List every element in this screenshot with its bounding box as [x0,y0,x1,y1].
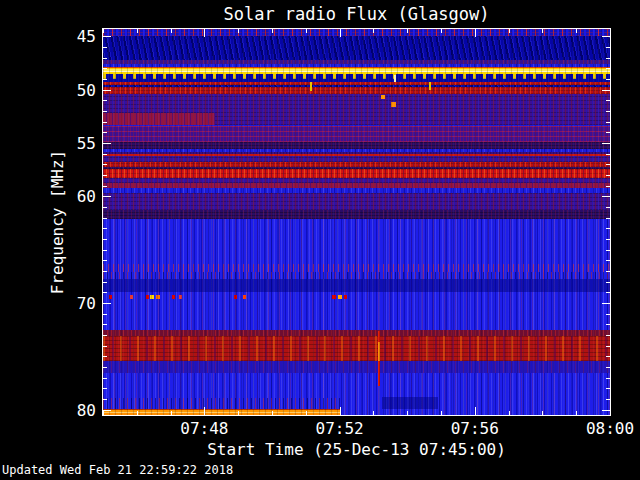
band-dark-purple-55 [103,142,610,149]
band-speckle-row-665 [103,264,610,272]
band-red-patch-left-52 [103,113,215,126]
x-tick-label: 07:56 [451,419,499,438]
y-tick-label: 60 [77,187,96,206]
x-tick-label: 07:48 [180,419,228,438]
y-tick-labels: 455055607080 [0,29,98,415]
y-tick-label: 50 [77,80,96,99]
feature-long-tooth-1 [310,82,312,91]
feature-dot-row-695-11 [338,295,342,300]
band-top-noise-row [103,29,610,36]
feature-dot-row-695-7 [179,295,182,300]
updated-timestamp: Updated Wed Feb 21 22:59:22 2018 [2,463,233,477]
feature-long-tooth-2 [429,82,431,89]
band-red-mottle-74 [103,336,610,361]
feature-vertical-burst-streak [378,331,380,386]
feature-dot-row-695-12 [344,295,347,300]
band-purple-rows-54 [103,126,610,143]
spectrogram-screen: Solar radio Flux (Glasgow) Frequency [MH… [0,0,640,480]
feature-white-dash-49 [394,75,396,82]
spectrogram-plot [103,29,610,415]
band-darker-blue-68 [103,279,610,292]
band-dark-rows-62 [103,210,610,219]
feature-dot-row-695-4 [150,295,154,300]
x-tick-labels: 07:4807:5207:5608:00 [103,419,610,437]
feature-dot-row-695-9 [243,295,246,300]
y-tick-label: 45 [77,27,96,46]
band-comb-teeth-band [103,74,610,82]
y-tick-label: 70 [77,294,96,313]
feature-orange-blob-512 [391,102,396,107]
feature-dot-row-695-6 [172,295,175,300]
feature-dot-row-695-3 [146,295,149,300]
feature-dot-row-695-5 [156,295,160,300]
band-dark-patch-79 [382,397,438,409]
y-tick-label: 80 [77,400,96,419]
feature-dot-row-695-1 [109,295,112,300]
feature-dot-row-695-2 [130,295,133,300]
band-left-speckle-79 [103,398,341,408]
page-title: Solar radio Flux (Glasgow) [103,4,610,24]
x-axis-title: Start Time (25-Dec-13 07:45:00) [103,440,610,459]
band-saturated-yellow-band [103,67,610,74]
feature-dot-row-695-10 [332,295,336,300]
feature-dot-row-695-8 [234,295,237,300]
band-purple-mottle-61 [103,198,610,210]
x-tick-label: 07:52 [316,419,364,438]
y-tick-label: 55 [77,134,96,153]
band-speckle-row-673 [103,272,610,279]
band-blue-purple-76 [103,361,610,373]
band-orange-bottom-band [103,409,340,415]
plot-frame [102,28,611,416]
feature-orange-blob-505 [381,95,385,99]
band-quiet-navy [103,36,610,60]
band-purple-mottle-51 [103,94,610,113]
x-tick-label: 08:00 [586,419,634,438]
band-strong-red-58 [103,169,610,178]
